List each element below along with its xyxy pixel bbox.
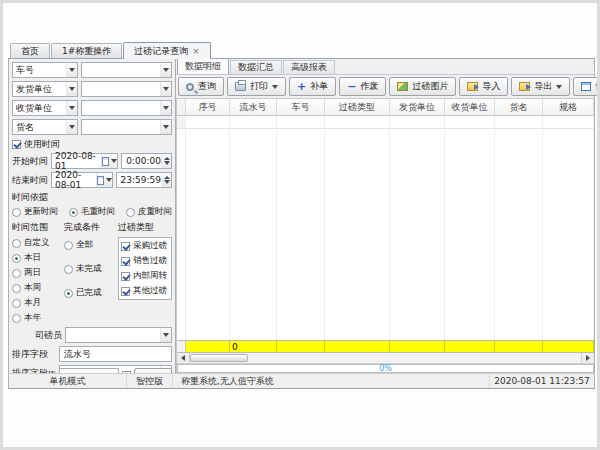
checkbox-internal-weigh[interactable]: 内部周转 [121, 270, 169, 282]
progress-label: 0% [379, 364, 392, 373]
checkbox-purchase-weigh[interactable]: 采购过磅 [121, 240, 169, 252]
finish-condition-group: 完成条件 全部 未完成 已完成 [64, 221, 116, 324]
col-seq[interactable]: 序号 [186, 99, 230, 115]
shipper-value-combo[interactable] [81, 81, 172, 97]
col-vehicle[interactable]: 车号 [277, 99, 325, 115]
scroll-left-icon[interactable] [177, 353, 190, 363]
use-time-checkbox[interactable] [12, 140, 21, 149]
field-select-vehicle[interactable]: 车号 [12, 62, 78, 78]
chevron-down-icon [272, 85, 278, 89]
radio-unfinished[interactable]: 未完成 [64, 263, 116, 275]
settings-button[interactable]: 设置 [573, 77, 600, 96]
content-area: 车号 发货单位 收货单位 货名 使用时间 [8, 59, 595, 373]
checkbox-sale-weigh[interactable]: 销售过磅 [121, 255, 169, 267]
close-tab-icon[interactable]: × [192, 47, 200, 55]
tab-weigh-operation[interactable]: 1#称重操作 [51, 43, 122, 58]
col-serial[interactable]: 流水号 [230, 99, 277, 115]
radio-custom[interactable]: 自定义 [12, 237, 62, 249]
col-weigh-type[interactable]: 过磅类型 [325, 99, 390, 115]
time-range-label: 时间范围 [12, 221, 62, 234]
query-button[interactable]: 查询 [178, 77, 224, 96]
checkbox-other-weigh[interactable]: 其他过磅 [121, 285, 169, 297]
chevron-down-icon[interactable] [160, 82, 171, 96]
table-row[interactable] [177, 116, 594, 129]
col-spec[interactable]: 规格 [543, 99, 594, 115]
radio-tare-time[interactable]: 皮重时间 [126, 206, 172, 218]
weigh-photo-button[interactable]: 过磅图片 [389, 77, 456, 96]
export-icon [519, 82, 530, 91]
supplement-button[interactable]: +补单 [289, 77, 336, 96]
tab-record-query-label: 过磅记录查询 [134, 43, 188, 59]
sort-field-row: 排序字段 流水号 [12, 346, 172, 362]
tab-home[interactable]: 首页 [10, 43, 50, 58]
picture-icon [397, 82, 408, 91]
chevron-down-icon[interactable] [160, 101, 171, 115]
vehicle-value-combo[interactable] [81, 62, 172, 78]
field-select-receiver[interactable]: 收货单位 [12, 100, 78, 116]
chevron-down-icon[interactable] [160, 63, 171, 77]
scrollbar-thumb[interactable] [190, 354, 248, 362]
end-date-picker[interactable]: 2020-08-01 [51, 172, 113, 188]
summary-row: 0 [177, 340, 594, 353]
calendar-icon[interactable] [101, 154, 117, 168]
tab-data-summary[interactable]: 数据汇总 [230, 60, 282, 74]
import-button[interactable]: 导入 [459, 77, 508, 96]
condition-value-label: 值 [12, 369, 56, 374]
scroll-right-icon[interactable] [581, 353, 594, 363]
chevron-down-icon[interactable] [66, 101, 77, 115]
horizontal-scrollbar[interactable] [177, 353, 594, 364]
radio-finished[interactable]: 已完成 [64, 287, 116, 299]
filter-row-shipper: 发货单位 [12, 81, 172, 97]
start-time-row: 开始时间 2020-08-01 0:00:00 [12, 153, 172, 169]
chevron-down-icon[interactable] [66, 120, 77, 134]
goods-value-combo[interactable] [81, 119, 172, 135]
field-select-shipper[interactable]: 发货单位 [12, 81, 78, 97]
spinner-icon[interactable] [161, 173, 171, 187]
radio-this-year[interactable]: 本年 [12, 312, 62, 324]
chevron-down-icon[interactable] [160, 328, 171, 342]
tab-record-query[interactable]: 过磅记录查询 × [123, 42, 211, 59]
chevron-down-icon[interactable] [160, 120, 171, 134]
col-goods[interactable]: 货名 [495, 99, 543, 115]
radio-gross-time[interactable]: 毛重时间 [69, 206, 115, 218]
table-body-area[interactable] [177, 129, 594, 340]
condition-value-input[interactable] [59, 368, 119, 373]
weigh-type-box: 采购过磅 销售过磅 内部周转 其他过磅 [118, 237, 172, 300]
receiver-value-combo[interactable] [81, 100, 172, 116]
clipped-button[interactable] [134, 368, 172, 373]
field-select-goods[interactable]: 货名 [12, 119, 78, 135]
export-button[interactable]: 导出 [511, 77, 570, 96]
radio-all[interactable]: 全部 [64, 239, 116, 251]
spinner-icon[interactable] [161, 154, 171, 168]
col-receiver[interactable]: 收货单位 [445, 99, 495, 115]
weigh-type-label: 过磅类型 [118, 221, 172, 234]
start-date-picker[interactable]: 2020-08-01 [51, 153, 118, 169]
chevron-down-icon[interactable] [66, 63, 77, 77]
tab-home-label: 首页 [21, 44, 39, 58]
sort-field-input[interactable]: 流水号 [59, 346, 172, 362]
radio-update-time[interactable]: 更新时间 [12, 206, 58, 218]
settings-icon [581, 82, 591, 91]
radio-this-week[interactable]: 本周 [12, 282, 62, 294]
data-panel: 数据明细 数据汇总 高级报表 查询 打印 +补单 −作废 过磅图片 导入 导出 … [176, 59, 594, 373]
calendar-icon[interactable] [96, 173, 112, 187]
weigh-type-group: 过磅类型 采购过磅 销售过磅 内部周转 其他过磅 [118, 221, 172, 324]
weigher-combo[interactable] [65, 327, 172, 343]
printer-icon [235, 82, 246, 91]
data-tabstrip: 数据明细 数据汇总 高级报表 [176, 59, 594, 75]
plus-icon: + [297, 82, 306, 92]
void-button[interactable]: −作废 [339, 77, 386, 96]
print-button[interactable]: 打印 [227, 77, 286, 96]
radio-two-days[interactable]: 两日 [12, 267, 62, 279]
radio-today[interactable]: 本日 [12, 252, 62, 264]
search-icon [186, 83, 194, 91]
tab-data-detail[interactable]: 数据明细 [177, 58, 229, 74]
condition-value-checkbox[interactable] [122, 371, 131, 374]
start-time-spinner[interactable]: 0:00:00 [121, 153, 172, 169]
tab-advanced-report[interactable]: 高级报表 [283, 60, 335, 74]
end-time-spinner[interactable]: 23:59:59 [116, 172, 172, 188]
chevron-down-icon[interactable] [66, 82, 77, 96]
col-shipper[interactable]: 发货单位 [390, 99, 445, 115]
radio-this-month[interactable]: 本月 [12, 297, 62, 309]
import-icon [467, 82, 478, 91]
